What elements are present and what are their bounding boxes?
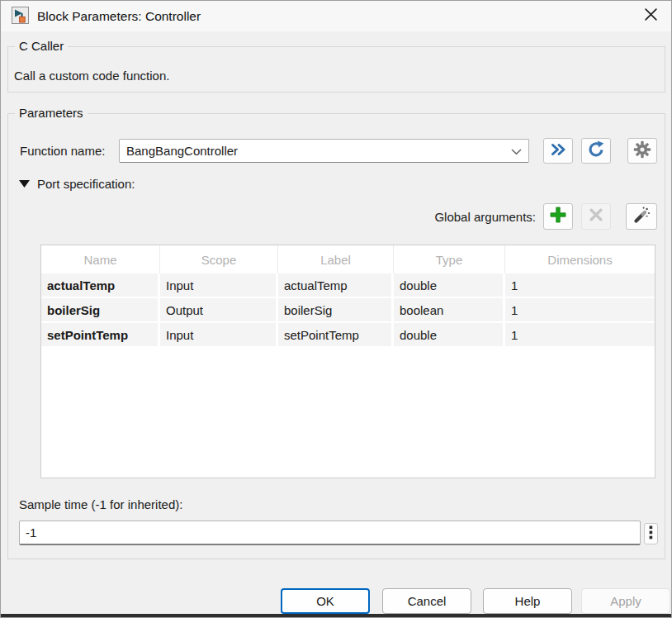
refresh-button[interactable]: [581, 138, 611, 164]
cell-scope[interactable]: Output: [160, 298, 278, 321]
close-icon: [644, 7, 658, 25]
simulink-block-icon: [12, 7, 29, 24]
column-header-type: Type: [394, 245, 505, 273]
cell-type[interactable]: double: [394, 273, 505, 297]
cell-label[interactable]: actualTemp: [278, 273, 394, 297]
cell-dimensions[interactable]: 1: [505, 298, 655, 321]
port-specification-toggle[interactable]: Port specification:: [19, 176, 135, 191]
open-function-browser-button[interactable]: [543, 138, 573, 164]
column-header-scope: Scope: [160, 245, 278, 273]
help-button[interactable]: Help: [483, 588, 572, 614]
sample-time-label: Sample time (-1 for inherited):: [19, 497, 182, 511]
wand-icon: [632, 206, 651, 227]
function-name-combobox[interactable]: BangBangController: [119, 139, 529, 163]
cell-name[interactable]: setPointTemp: [41, 323, 160, 346]
cell-type[interactable]: double: [394, 323, 505, 346]
add-argument-button[interactable]: [543, 203, 573, 230]
port-specification-label: Port specification:: [37, 177, 135, 191]
sample-time-input[interactable]: [19, 521, 641, 545]
cell-type[interactable]: boolean: [394, 298, 505, 321]
global-arguments-label: Global arguments:: [331, 210, 536, 224]
close-button[interactable]: [632, 1, 670, 31]
cell-name[interactable]: actualTemp: [41, 273, 160, 297]
function-name-label: Function name:: [20, 144, 105, 158]
column-header-name: Name: [41, 245, 160, 273]
settings-button[interactable]: [627, 138, 657, 164]
port-specification-table: Name Scope Label Type Dimensions actualT…: [40, 245, 655, 478]
column-header-dimensions: Dimensions: [505, 245, 655, 273]
window-title: Block Parameters: Controller: [37, 1, 201, 31]
function-name-value: BangBangController: [126, 144, 511, 158]
sample-time-menu-button[interactable]: [644, 523, 658, 544]
triangle-down-icon: [19, 176, 30, 191]
delete-argument-button[interactable]: [581, 203, 611, 230]
cancel-button[interactable]: Cancel: [382, 588, 471, 614]
table-row[interactable]: boilerSig Output boilerSig boolean 1: [41, 298, 655, 321]
cell-scope[interactable]: Input: [160, 323, 278, 346]
table-header: Name Scope Label Type Dimensions: [41, 245, 655, 273]
cell-dimensions[interactable]: 1: [505, 273, 655, 297]
chevron-down-icon: [511, 144, 522, 158]
parameters-group-label: Parameters: [15, 106, 88, 120]
table-row[interactable]: actualTemp Input actualTemp double 1: [41, 273, 655, 297]
ok-button[interactable]: OK: [281, 588, 370, 614]
block-parameters-dialog: Block Parameters: Controller C Caller Ca…: [0, 0, 672, 618]
refresh-icon: [587, 140, 605, 162]
cell-scope[interactable]: Input: [160, 273, 278, 297]
cell-label[interactable]: boilerSig: [278, 298, 394, 321]
column-header-label: Label: [278, 245, 394, 273]
cell-dimensions[interactable]: 1: [505, 323, 655, 346]
delete-x-icon: [589, 207, 603, 226]
gear-icon: [633, 140, 651, 162]
cell-label[interactable]: setPointTemp: [278, 323, 394, 346]
double-chevron-right-icon: [550, 143, 566, 159]
block-description: Call a custom code function.: [14, 69, 169, 83]
autofill-arguments-button[interactable]: [626, 203, 657, 230]
block-type-title: C Caller: [15, 39, 68, 53]
plus-icon: [550, 207, 566, 226]
table-row[interactable]: setPointTemp Input setPointTemp double 1: [41, 323, 655, 346]
cell-name[interactable]: boilerSig: [41, 298, 160, 321]
kebab-menu-icon: [649, 525, 653, 543]
titlebar: Block Parameters: Controller: [1, 1, 671, 31]
window-bottom-edge: [1, 614, 671, 617]
apply-button[interactable]: Apply: [581, 588, 670, 614]
